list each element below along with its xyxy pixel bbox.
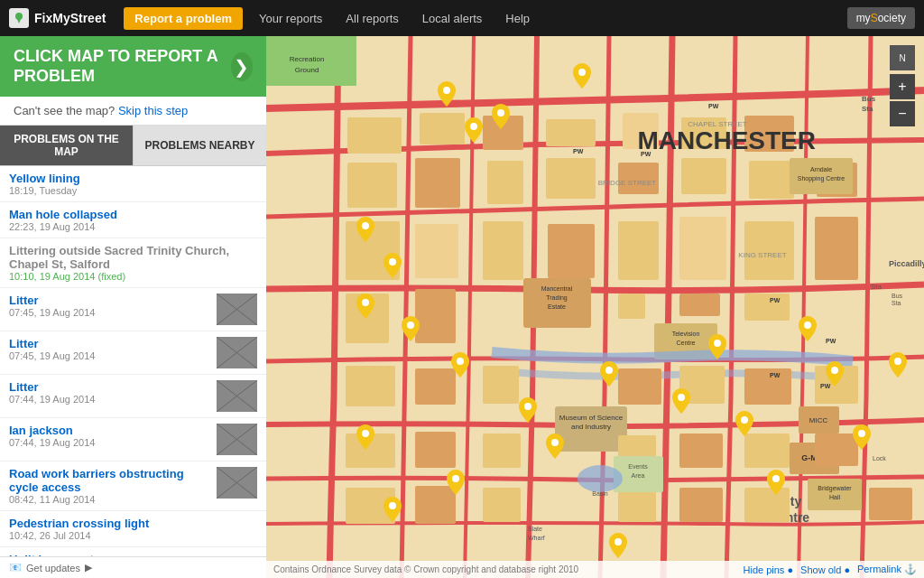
map-pin-12[interactable]	[447, 470, 465, 495]
map-pin-22[interactable]	[826, 361, 844, 387]
list-item[interactable]: Yellow lining18:19, Tuesday	[0, 166, 266, 202]
map-pin-20[interactable]	[767, 470, 785, 495]
svg-text:Bridgewater: Bridgewater	[818, 485, 852, 492]
list-item[interactable]: Man hole collapsed22:23, 19 Aug 2014	[0, 202, 266, 238]
map-pin-1[interactable]	[438, 81, 456, 107]
svg-point-126	[362, 430, 369, 437]
map-pin-9[interactable]	[451, 352, 469, 378]
svg-text:Piccadilly: Piccadilly	[889, 259, 924, 268]
map-pin-5[interactable]	[356, 217, 374, 242]
sidebar-bottom: 📧 Get updates ▶	[0, 556, 266, 578]
skip-text: Can't see the map?	[14, 104, 115, 117]
problem-thumbnail	[217, 424, 257, 455]
map-pin-2[interactable]	[465, 117, 483, 143]
bottom-icon: 📧	[9, 562, 22, 573]
header: FixMyStreet Report a problem Your report…	[0, 0, 924, 36]
map-pin-10[interactable]	[356, 424, 374, 450]
svg-text:Television: Television	[672, 331, 700, 337]
map-pin-4[interactable]	[573, 63, 591, 89]
list-item[interactable]: Road work barriers obstructing cycle acc…	[0, 461, 266, 511]
zoom-out-button[interactable]: −	[890, 101, 915, 126]
nav-help[interactable]: Help	[498, 8, 537, 29]
tab-problems-on-map[interactable]: PROBLEMS ON THE MAP	[0, 126, 134, 165]
logo-icon	[9, 8, 29, 28]
problem-title: Pedestrian crossing light	[9, 517, 257, 530]
svg-point-119	[497, 109, 504, 117]
map-pin-19[interactable]	[735, 411, 753, 436]
show-old-link[interactable]: Show old ●	[800, 564, 850, 575]
map-pin-24[interactable]	[889, 352, 907, 378]
svg-marker-1	[16, 17, 22, 23]
svg-rect-32	[749, 161, 794, 199]
svg-text:PW: PW	[641, 151, 651, 157]
map-pin-3[interactable]	[492, 104, 510, 129]
svg-rect-38	[618, 221, 659, 280]
map-pin-8[interactable]	[402, 316, 420, 341]
svg-rect-74	[744, 294, 790, 321]
nav-local-alerts[interactable]: Local alerts	[415, 8, 489, 29]
svg-text:Hall: Hall	[829, 494, 841, 500]
map-pin-15[interactable]	[600, 361, 618, 387]
map-pin-18[interactable]	[708, 334, 726, 359]
list-item[interactable]: Litter07:44, 19 Aug 2014	[0, 375, 266, 418]
svg-text:KING STREET: KING STREET	[738, 251, 786, 259]
list-item[interactable]: Litter07:45, 19 Aug 2014	[0, 331, 266, 375]
svg-point-99	[578, 465, 623, 492]
zoom-in-button[interactable]: +	[890, 74, 915, 99]
map-pin-6[interactable]	[383, 253, 402, 278]
svg-text:Mancentral: Mancentral	[541, 285, 573, 292]
svg-text:PW: PW	[770, 372, 781, 378]
svg-point-133	[678, 394, 685, 401]
problem-thumbnail	[217, 467, 257, 499]
svg-rect-27	[415, 158, 460, 208]
map-area[interactable]: Museum of Science and Industry Mancentra…	[266, 36, 924, 578]
list-item[interactable]: Littering outside Sacred Trinity Church,…	[0, 238, 266, 288]
map-pin-13[interactable]	[519, 397, 537, 423]
svg-point-131	[605, 367, 613, 374]
permalink-link[interactable]: Permalink ⚓	[857, 564, 917, 575]
list-item[interactable]: Pedestrian crossing light10:42, 26 Jul 2…	[0, 511, 266, 547]
svg-point-117	[443, 87, 450, 94]
problem-thumbnail	[217, 337, 257, 368]
svg-rect-83	[415, 432, 456, 468]
svg-text:PW: PW	[573, 148, 584, 154]
svg-point-140	[894, 358, 901, 365]
list-item[interactable]: Litter07:45, 19 Aug 2014	[0, 288, 266, 331]
problem-title: Litter	[9, 380, 209, 394]
nav-your-reports[interactable]: Your reports	[252, 8, 329, 29]
svg-text:Events: Events	[628, 463, 648, 470]
map-pin-11[interactable]	[383, 497, 402, 522]
map-pin-16[interactable]	[609, 533, 627, 558]
svg-point-129	[524, 403, 531, 410]
svg-rect-29	[546, 158, 596, 199]
map-pin-7[interactable]	[356, 294, 374, 319]
map-pin-21[interactable]	[799, 316, 817, 341]
report-problem-button[interactable]: Report a problem	[124, 7, 243, 30]
bottom-text[interactable]: Get updates	[26, 563, 80, 573]
svg-rect-20	[420, 113, 465, 144]
problem-date: 07:44, 19 Aug 2014	[9, 394, 209, 405]
skip-this-step-link[interactable]: Skip this step	[118, 104, 188, 117]
map-pin-14[interactable]	[546, 434, 564, 459]
list-item[interactable]: Ian jackson07:44, 19 Aug 2014	[0, 418, 266, 461]
mysociety-button[interactable]: mySociety	[847, 7, 915, 29]
map-pin-23[interactable]	[853, 424, 871, 450]
svg-rect-22	[546, 119, 596, 146]
svg-text:Centre: Centre	[676, 340, 695, 346]
map-pin-17[interactable]	[672, 388, 690, 414]
tab-problems-nearby[interactable]: PROBLEMS NEARBY	[134, 126, 266, 165]
sidebar: CLICK MAP TO REPORT A PROBLEM ❯ Can't se…	[0, 36, 266, 578]
click-map-banner[interactable]: CLICK MAP TO REPORT A PROBLEM ❯	[0, 36, 266, 97]
compass-button[interactable]: N	[890, 45, 915, 70]
problem-date: 08:42, 11 Aug 2014	[9, 494, 209, 505]
hide-pins-link[interactable]: Hide pins ●	[744, 564, 794, 575]
svg-point-122	[389, 258, 396, 266]
svg-rect-26	[347, 163, 397, 208]
svg-text:Arndale: Arndale	[810, 166, 832, 172]
svg-rect-37	[548, 224, 595, 278]
bottom-updates-icon: ▶	[85, 562, 92, 573]
nav-all-reports[interactable]: All reports	[338, 8, 406, 29]
main-layout: CLICK MAP TO REPORT A PROBLEM ❯ Can't se…	[0, 36, 924, 578]
list-item[interactable]: Unlit lamp post23:26, 23 Jul 2014	[0, 547, 266, 556]
tab-buttons: PROBLEMS ON THE MAP PROBLEMS NEARBY	[0, 126, 266, 166]
